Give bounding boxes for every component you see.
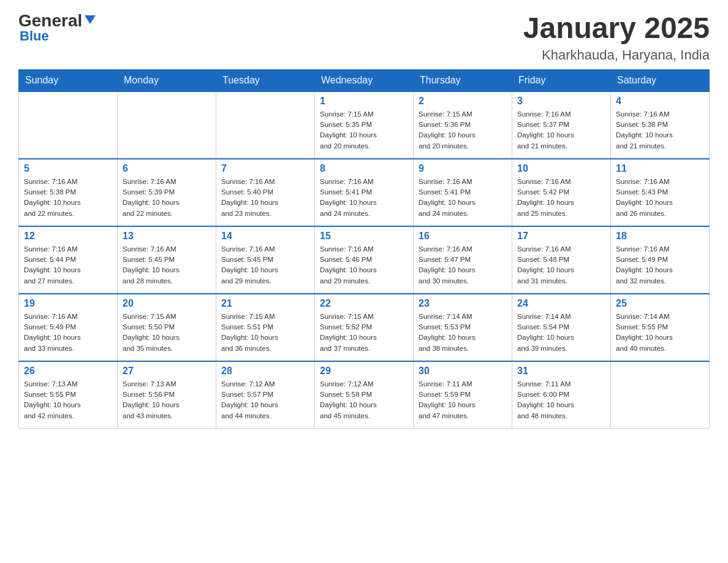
day-info: Sunrise: 7:16 AM Sunset: 5:45 PM Dayligh…: [221, 244, 309, 286]
calendar-cell: 6Sunrise: 7:16 AM Sunset: 5:39 PM Daylig…: [118, 159, 216, 226]
day-of-week-header: Tuesday: [216, 69, 315, 91]
day-info: Sunrise: 7:12 AM Sunset: 5:58 PM Dayligh…: [320, 379, 408, 421]
day-info: Sunrise: 7:11 AM Sunset: 5:59 PM Dayligh…: [419, 379, 507, 421]
calendar-cell: 1Sunrise: 7:15 AM Sunset: 5:35 PM Daylig…: [315, 91, 414, 159]
day-info: Sunrise: 7:16 AM Sunset: 5:38 PM Dayligh…: [616, 109, 704, 151]
calendar-week-row: 19Sunrise: 7:16 AM Sunset: 5:49 PM Dayli…: [19, 294, 710, 361]
day-number: 7: [221, 163, 309, 174]
day-number: 30: [419, 366, 507, 377]
calendar-cell: 29Sunrise: 7:12 AM Sunset: 5:58 PM Dayli…: [315, 361, 414, 429]
calendar-cell: 24Sunrise: 7:14 AM Sunset: 5:54 PM Dayli…: [512, 294, 611, 361]
title-area: January 2025 Kharkhauda, Haryana, India: [523, 12, 710, 63]
day-number: 29: [320, 366, 408, 377]
day-info: Sunrise: 7:16 AM Sunset: 5:44 PM Dayligh…: [24, 244, 112, 286]
calendar-cell: 10Sunrise: 7:16 AM Sunset: 5:42 PM Dayli…: [512, 159, 611, 226]
day-number: 23: [419, 298, 507, 309]
day-number: 1: [320, 96, 408, 107]
logo-arrow-icon: [83, 13, 97, 26]
day-info: Sunrise: 7:13 AM Sunset: 5:55 PM Dayligh…: [24, 379, 112, 421]
day-number: 13: [123, 231, 211, 242]
day-number: 22: [320, 298, 408, 309]
day-number: 2: [419, 96, 507, 107]
day-info: Sunrise: 7:16 AM Sunset: 5:38 PM Dayligh…: [24, 177, 112, 219]
day-info: Sunrise: 7:15 AM Sunset: 5:50 PM Dayligh…: [123, 312, 211, 354]
day-number: 27: [123, 366, 211, 377]
calendar-week-row: 12Sunrise: 7:16 AM Sunset: 5:44 PM Dayli…: [19, 226, 710, 294]
calendar-table: SundayMondayTuesdayWednesdayThursdayFrid…: [18, 69, 710, 429]
calendar-cell: 26Sunrise: 7:13 AM Sunset: 5:55 PM Dayli…: [19, 361, 118, 429]
day-info: Sunrise: 7:14 AM Sunset: 5:53 PM Dayligh…: [419, 312, 507, 354]
day-number: 25: [616, 298, 704, 309]
calendar-cell: 30Sunrise: 7:11 AM Sunset: 5:59 PM Dayli…: [414, 361, 512, 429]
day-number: 20: [123, 298, 211, 309]
day-number: 15: [320, 231, 408, 242]
day-info: Sunrise: 7:15 AM Sunset: 5:52 PM Dayligh…: [320, 312, 408, 354]
calendar-cell: 7Sunrise: 7:16 AM Sunset: 5:40 PM Daylig…: [216, 159, 315, 226]
calendar-cell: [19, 91, 118, 159]
day-of-week-header: Sunday: [19, 69, 118, 91]
day-info: Sunrise: 7:16 AM Sunset: 5:46 PM Dayligh…: [320, 244, 408, 286]
calendar-cell: 13Sunrise: 7:16 AM Sunset: 5:45 PM Dayli…: [118, 226, 216, 294]
day-info: Sunrise: 7:16 AM Sunset: 5:37 PM Dayligh…: [517, 109, 605, 151]
day-info: Sunrise: 7:16 AM Sunset: 5:49 PM Dayligh…: [24, 312, 112, 354]
day-info: Sunrise: 7:16 AM Sunset: 5:42 PM Dayligh…: [517, 177, 605, 219]
day-info: Sunrise: 7:16 AM Sunset: 5:49 PM Dayligh…: [616, 244, 704, 286]
day-number: 6: [123, 163, 211, 174]
calendar-cell: 31Sunrise: 7:11 AM Sunset: 6:00 PM Dayli…: [512, 361, 611, 429]
logo: General Blue: [18, 12, 97, 44]
day-number: 8: [320, 163, 408, 174]
calendar-cell: [118, 91, 216, 159]
day-number: 3: [517, 96, 605, 107]
calendar-week-row: 26Sunrise: 7:13 AM Sunset: 5:55 PM Dayli…: [19, 361, 710, 429]
day-of-week-header: Monday: [118, 69, 216, 91]
calendar-cell: 9Sunrise: 7:16 AM Sunset: 5:41 PM Daylig…: [414, 159, 512, 226]
day-info: Sunrise: 7:16 AM Sunset: 5:41 PM Dayligh…: [419, 177, 507, 219]
day-info: Sunrise: 7:12 AM Sunset: 5:57 PM Dayligh…: [221, 379, 309, 421]
day-number: 14: [221, 231, 309, 242]
day-number: 11: [616, 163, 704, 174]
day-info: Sunrise: 7:15 AM Sunset: 5:35 PM Dayligh…: [320, 109, 408, 151]
header: General Blue January 2025 Kharkhauda, Ha…: [18, 12, 710, 63]
calendar-cell: 20Sunrise: 7:15 AM Sunset: 5:50 PM Dayli…: [118, 294, 216, 361]
day-info: Sunrise: 7:16 AM Sunset: 5:39 PM Dayligh…: [123, 177, 211, 219]
day-number: 17: [517, 231, 605, 242]
calendar-cell: 21Sunrise: 7:15 AM Sunset: 5:51 PM Dayli…: [216, 294, 315, 361]
day-number: 5: [24, 163, 112, 174]
calendar-subtitle: Kharkhauda, Haryana, India: [523, 47, 710, 63]
calendar-cell: 17Sunrise: 7:16 AM Sunset: 5:48 PM Dayli…: [512, 226, 611, 294]
day-number: 16: [419, 231, 507, 242]
calendar-cell: 28Sunrise: 7:12 AM Sunset: 5:57 PM Dayli…: [216, 361, 315, 429]
day-info: Sunrise: 7:15 AM Sunset: 5:36 PM Dayligh…: [419, 109, 507, 151]
day-info: Sunrise: 7:16 AM Sunset: 5:48 PM Dayligh…: [517, 244, 605, 286]
day-info: Sunrise: 7:16 AM Sunset: 5:40 PM Dayligh…: [221, 177, 309, 219]
day-info: Sunrise: 7:16 AM Sunset: 5:45 PM Dayligh…: [123, 244, 211, 286]
calendar-cell: 15Sunrise: 7:16 AM Sunset: 5:46 PM Dayli…: [315, 226, 414, 294]
day-number: 19: [24, 298, 112, 309]
day-info: Sunrise: 7:13 AM Sunset: 5:56 PM Dayligh…: [123, 379, 211, 421]
day-of-week-header: Saturday: [611, 69, 710, 91]
logo-text-blue: Blue: [18, 28, 49, 44]
day-of-week-header: Wednesday: [315, 69, 414, 91]
calendar-cell: 27Sunrise: 7:13 AM Sunset: 5:56 PM Dayli…: [118, 361, 216, 429]
calendar-cell: 18Sunrise: 7:16 AM Sunset: 5:49 PM Dayli…: [611, 226, 710, 294]
day-number: 18: [616, 231, 704, 242]
day-number: 21: [221, 298, 309, 309]
day-of-week-header: Thursday: [414, 69, 512, 91]
calendar-cell: 22Sunrise: 7:15 AM Sunset: 5:52 PM Dayli…: [315, 294, 414, 361]
calendar-cell: [216, 91, 315, 159]
calendar-cell: 12Sunrise: 7:16 AM Sunset: 5:44 PM Dayli…: [19, 226, 118, 294]
day-number: 10: [517, 163, 605, 174]
calendar-header-row: SundayMondayTuesdayWednesdayThursdayFrid…: [19, 69, 710, 91]
day-number: 4: [616, 96, 704, 107]
day-number: 9: [419, 163, 507, 174]
calendar-cell: 8Sunrise: 7:16 AM Sunset: 5:41 PM Daylig…: [315, 159, 414, 226]
calendar-week-row: 5Sunrise: 7:16 AM Sunset: 5:38 PM Daylig…: [19, 159, 710, 226]
calendar-cell: [611, 361, 710, 429]
logo-text-general: General: [18, 12, 82, 29]
day-number: 26: [24, 366, 112, 377]
calendar-title: January 2025: [523, 12, 710, 45]
calendar-cell: 16Sunrise: 7:16 AM Sunset: 5:47 PM Dayli…: [414, 226, 512, 294]
calendar-cell: 3Sunrise: 7:16 AM Sunset: 5:37 PM Daylig…: [512, 91, 611, 159]
day-number: 12: [24, 231, 112, 242]
day-number: 28: [221, 366, 309, 377]
